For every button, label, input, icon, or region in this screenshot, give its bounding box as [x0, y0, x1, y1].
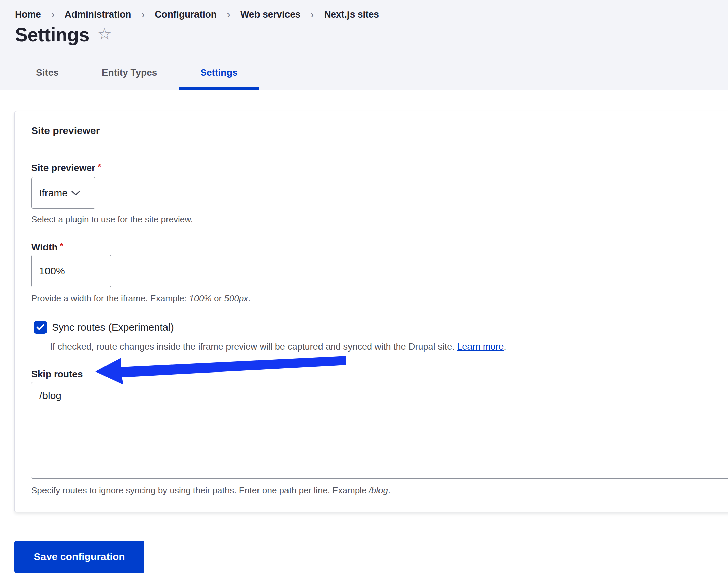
- skip-routes-textarea[interactable]: /blog: [31, 382, 728, 479]
- page-header: Home › Administration › Configuration › …: [0, 0, 728, 90]
- chevron-down-icon: [71, 190, 81, 196]
- check-icon: [36, 324, 45, 331]
- breadcrumb-link-configuration[interactable]: Configuration: [155, 9, 217, 20]
- width-input[interactable]: [31, 255, 111, 287]
- breadcrumb-separator-icon: ›: [141, 9, 145, 20]
- sync-routes-description-text: .: [503, 341, 506, 352]
- skip-routes-label: Skip routes: [31, 369, 728, 379]
- fieldset-legend: Site previewer: [31, 125, 728, 136]
- width-example-2: 500px: [224, 293, 248, 303]
- site-previewer-fieldset: Site previewer Site previewer* Iframe Se…: [15, 111, 728, 512]
- sync-routes-description-text: If checked, route changes inside the ifr…: [50, 341, 457, 352]
- breadcrumb-link-nextjs-sites[interactable]: Next.js sites: [324, 9, 379, 20]
- breadcrumb-separator-icon: ›: [227, 9, 230, 20]
- width-description-text: or: [212, 293, 225, 303]
- save-configuration-button[interactable]: Save configuration: [15, 541, 144, 573]
- width-description-text: Provide a width for the iframe. Example:: [31, 293, 189, 303]
- width-description-text: .: [248, 293, 251, 303]
- required-asterisk: *: [98, 162, 101, 172]
- site-previewer-select-value: Iframe: [39, 187, 68, 199]
- breadcrumb: Home › Administration › Configuration › …: [0, 0, 728, 20]
- width-description: Provide a width for the iframe. Example:…: [31, 293, 728, 303]
- skip-routes-description-text: .: [388, 485, 390, 495]
- site-previewer-description: Select a plugin to use for the site prev…: [31, 214, 728, 224]
- breadcrumb-link-home[interactable]: Home: [15, 9, 41, 20]
- tab-bar: Sites Entity Types Settings: [15, 59, 259, 90]
- sync-routes-label: Sync routes (Experimental): [52, 322, 174, 333]
- title-row: Settings ☆: [0, 20, 728, 46]
- favorite-star-icon[interactable]: ☆: [97, 24, 112, 43]
- sync-routes-checkbox[interactable]: [34, 321, 47, 334]
- site-previewer-select[interactable]: Iframe: [31, 177, 95, 209]
- width-label: Width*: [31, 242, 728, 252]
- tab-settings[interactable]: Settings: [179, 59, 259, 90]
- required-asterisk: *: [60, 241, 63, 251]
- tab-entity-types[interactable]: Entity Types: [80, 59, 179, 90]
- breadcrumb-separator-icon: ›: [51, 9, 55, 20]
- skip-routes-description-text: Specify routes to ignore syncing by usin…: [31, 485, 369, 495]
- width-label-text: Width: [31, 242, 58, 252]
- sync-routes-description: If checked, route changes inside the ifr…: [50, 341, 728, 352]
- site-previewer-label: Site previewer*: [31, 163, 728, 173]
- breadcrumb-link-administration[interactable]: Administration: [65, 9, 131, 20]
- skip-routes-example: /blog: [369, 485, 388, 495]
- nextjs-settings-page: Home › Administration › Configuration › …: [0, 0, 728, 582]
- breadcrumb-link-web-services[interactable]: Web services: [240, 9, 301, 20]
- tab-sites[interactable]: Sites: [15, 59, 80, 90]
- page-title: Settings: [15, 24, 89, 46]
- breadcrumb-separator-icon: ›: [310, 9, 314, 20]
- skip-routes-description: Specify routes to ignore syncing by usin…: [31, 485, 728, 495]
- learn-more-link[interactable]: Learn more: [457, 341, 503, 352]
- width-example-1: 100%: [189, 293, 212, 303]
- site-previewer-label-text: Site previewer: [31, 163, 95, 173]
- sync-routes-row: Sync routes (Experimental): [34, 321, 728, 334]
